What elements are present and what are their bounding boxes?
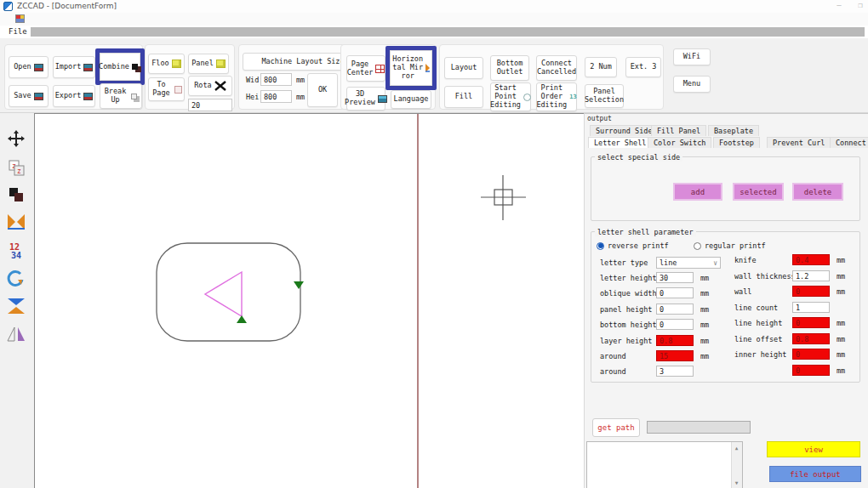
param-label: panel height xyxy=(600,305,652,314)
rota-button[interactable]: Rota xyxy=(188,76,232,96)
add-button[interactable]: add xyxy=(673,183,722,201)
ext-3-button[interactable]: Ext. 3 xyxy=(625,57,661,77)
drawing-canvas[interactable] xyxy=(34,113,584,488)
letter-type-dropdown[interactable]: line∨ xyxy=(656,257,721,269)
bottom-outlet-button[interactable]: Bottom Outlet xyxy=(490,55,529,81)
floo-icon xyxy=(172,60,181,68)
letter-height-input[interactable]: 30 xyxy=(656,272,694,283)
open-button[interactable]: Open xyxy=(9,56,49,78)
to-page-button[interactable]: To Page xyxy=(148,77,185,101)
rota-icon xyxy=(214,81,226,91)
inner-height-input[interactable]: 0 xyxy=(792,349,830,360)
get-path-button[interactable]: get path xyxy=(592,418,640,437)
line-height-input[interactable]: 0 xyxy=(792,317,830,328)
file-output-button[interactable]: file output xyxy=(769,466,861,482)
delete-button[interactable]: delete xyxy=(792,183,843,201)
bottom-height-input[interactable]: 0 xyxy=(656,319,694,330)
scroll-down-icon[interactable]: ▼ xyxy=(732,478,741,487)
param-unit: mm xyxy=(700,289,709,298)
language-button[interactable]: Language xyxy=(391,90,431,109)
param-label: layer height xyxy=(600,337,652,345)
param-unit: mm xyxy=(700,274,709,282)
tab-prevent-curl[interactable]: Prevent Curl xyxy=(767,137,831,148)
start-point-editing-button[interactable]: Start Point Editing xyxy=(490,82,531,111)
import-icon xyxy=(83,64,93,71)
3d-preview-button[interactable]: 3D Preview xyxy=(346,87,385,111)
extra-param-input[interactable]: 0 xyxy=(792,365,830,376)
vertical-flip-icon[interactable] xyxy=(6,296,26,316)
app-logo-icon xyxy=(3,2,13,11)
minimize-button[interactable]: – xyxy=(830,0,848,11)
menu-file[interactable]: File xyxy=(3,26,32,37)
svg-text:z: z xyxy=(17,167,21,175)
selected-button[interactable]: selected xyxy=(733,183,784,201)
tab-letter-shell[interactable]: Letter Shell xyxy=(588,137,652,148)
wifi-button[interactable]: WiFi xyxy=(673,48,711,65)
tab-footstep[interactable]: Footstep xyxy=(713,137,760,148)
connect-cancelled-button[interactable]: Connect Cancelled xyxy=(536,55,577,81)
rota-angle-input[interactable]: 20 xyxy=(188,99,232,111)
param-label: line height xyxy=(734,319,782,327)
param-unit: mm xyxy=(837,256,845,264)
duplicate-icon[interactable]: z z xyxy=(6,157,26,178)
mirror-shape-icon[interactable] xyxy=(6,324,26,344)
wall-input[interactable]: 0 xyxy=(792,286,830,297)
around-input[interactable]: 15 xyxy=(656,350,694,361)
layout-button[interactable]: Layout xyxy=(444,57,483,79)
save-button[interactable]: Save xyxy=(9,85,49,107)
tab-baseplate[interactable]: Baseplate xyxy=(708,125,759,136)
tab-surround-side[interactable]: Surround Side xyxy=(590,125,659,136)
around-count-input[interactable]: 3 xyxy=(656,366,694,377)
menu-button[interactable]: Menu xyxy=(673,76,711,93)
page-center-button[interactable]: Page Center xyxy=(346,55,385,82)
layer-height-input[interactable]: 0.8 xyxy=(656,335,694,346)
param-label: inner height xyxy=(734,350,786,359)
oblique-width-input[interactable]: 0 xyxy=(656,287,694,298)
output-panel: output Surround Side Fill Panel Baseplat… xyxy=(584,113,868,488)
knife-input[interactable]: 0.4 xyxy=(792,254,830,265)
line-count-input[interactable]: 1 xyxy=(792,302,830,313)
panel-selection-button[interactable]: Panel Selection xyxy=(585,84,624,108)
line-offset-input[interactable]: 0.8 xyxy=(792,333,830,344)
move-icon[interactable] xyxy=(6,128,26,149)
horizontal-mirror-button[interactable]: Horizontal Mirror xyxy=(390,50,432,86)
height-input[interactable]: 800 xyxy=(260,90,292,103)
floo-button[interactable]: Floo xyxy=(148,54,185,74)
2-num-button[interactable]: 2 Num xyxy=(585,57,617,77)
tab-connect-letter[interactable]: Connect Le xyxy=(830,137,868,148)
direction-arrow-up xyxy=(237,315,247,323)
tab-fill-panel[interactable]: Fill Panel xyxy=(651,125,706,136)
param-label: around xyxy=(600,352,626,360)
export-button[interactable]: Export xyxy=(53,85,95,107)
maximize-button[interactable]: ❐ xyxy=(851,0,868,11)
triangle-shape[interactable] xyxy=(205,272,242,316)
import-button[interactable]: Import xyxy=(53,56,95,78)
combine-button[interactable]: Combine xyxy=(100,53,140,81)
radio-regular-dot xyxy=(694,242,701,250)
panel-height-input[interactable]: 0 xyxy=(656,304,694,315)
horizontal-mirror-icon xyxy=(425,64,430,72)
scroll-up-icon[interactable]: ▲ xyxy=(732,443,741,452)
view-button[interactable]: view xyxy=(767,441,860,457)
3d-preview-icon xyxy=(378,95,387,103)
start-point-icon xyxy=(523,94,531,101)
tab-color-switch[interactable]: Color Switch xyxy=(648,137,711,148)
list-scrollbar[interactable]: ▲ ▼ xyxy=(731,442,742,488)
rounded-rectangle-shape[interactable] xyxy=(157,243,300,341)
fill-button[interactable]: Fill xyxy=(444,86,483,108)
horizontal-mirror-tool-icon[interactable] xyxy=(6,212,26,232)
document-form-icon[interactable] xyxy=(15,14,25,23)
width-input[interactable]: 800 xyxy=(260,73,292,86)
panel-button[interactable]: Panel xyxy=(188,54,229,74)
wall-thickness-input[interactable]: 1.2 xyxy=(792,270,830,281)
ok-button[interactable]: OK xyxy=(307,73,338,107)
radio-reverse-printf[interactable]: reverse printf xyxy=(597,241,669,250)
combine-dark-icon[interactable] xyxy=(6,184,26,205)
radio-regular-printf[interactable]: regular printf xyxy=(694,241,766,250)
rotate-icon[interactable] xyxy=(6,269,26,289)
print-order-icon: 13 xyxy=(569,94,576,100)
print-order-editing-button[interactable]: Print Order Editing13 xyxy=(536,82,577,111)
break-up-button[interactable]: Break Up xyxy=(100,83,142,109)
order-numbers-icon[interactable]: 12 34 xyxy=(6,241,26,261)
path-list[interactable]: ▲ ▼ xyxy=(586,441,743,488)
